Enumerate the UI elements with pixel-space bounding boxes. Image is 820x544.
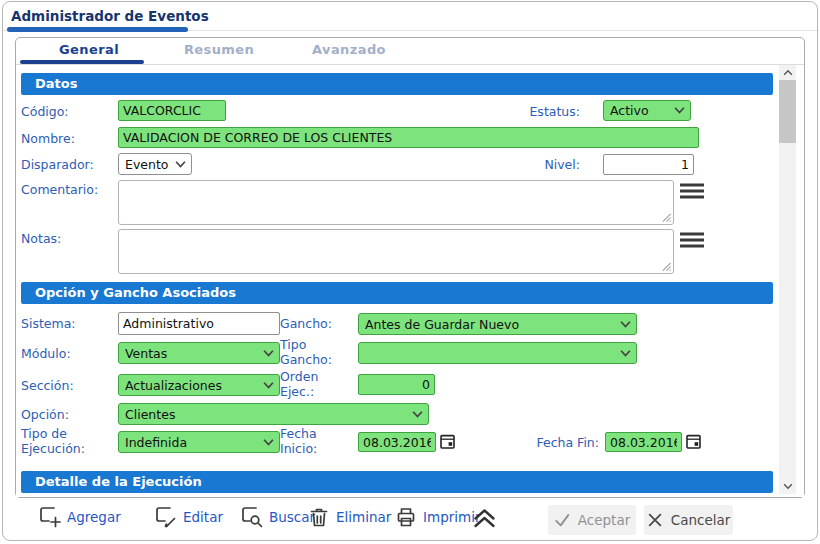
tipo-ejecucion-value: Indefinida xyxy=(125,435,263,450)
section-header-asociados: Opción y Gancho Asociados xyxy=(21,282,773,304)
tipo-ejecucion-label: Tipo de Ejecución: xyxy=(21,426,103,456)
section-header-detalle: Detalle de la Ejecución xyxy=(21,471,773,493)
imprimir-button[interactable]: Imprimir xyxy=(395,506,480,528)
vertical-scrollbar[interactable] xyxy=(779,65,796,494)
disparador-select[interactable]: Evento xyxy=(118,153,192,175)
nivel-input[interactable] xyxy=(603,154,694,175)
comentario-label: Comentario: xyxy=(21,182,98,197)
comentario-textarea-wrap xyxy=(118,180,674,225)
seccion-value: Actualizaciones xyxy=(125,378,263,393)
nombre-label: Nombre: xyxy=(21,131,75,146)
printer-icon xyxy=(395,506,417,528)
gancho-label: Gancho: xyxy=(280,316,346,331)
tab-avanzado[interactable]: Avanzado xyxy=(284,38,414,63)
page-title: Administrador de Eventos xyxy=(11,8,209,24)
title-accent-bar xyxy=(7,27,188,32)
seccion-label: Sección: xyxy=(21,378,74,393)
modulo-value: Ventas xyxy=(125,346,263,361)
comentario-textarea[interactable] xyxy=(118,180,674,225)
search-icon xyxy=(241,506,263,528)
estatus-label: Estatus: xyxy=(480,104,580,119)
codigo-label: Código: xyxy=(21,104,69,119)
chevron-down-icon xyxy=(175,161,186,168)
fecha-inicio-label: Fecha Inicio: xyxy=(280,426,335,456)
chevron-down-icon xyxy=(782,483,794,490)
scroll-up-button[interactable] xyxy=(779,65,796,80)
agregar-button[interactable]: Agregar xyxy=(39,506,121,528)
agregar-label: Agregar xyxy=(67,509,121,525)
tipo-gancho-select[interactable] xyxy=(358,342,637,364)
modulo-select[interactable]: Ventas xyxy=(118,342,280,364)
action-toolbar: Agregar Editar Buscar Elim xyxy=(3,500,817,538)
sistema-input[interactable] xyxy=(118,312,280,335)
sistema-label: Sistema: xyxy=(21,316,76,331)
add-icon xyxy=(39,506,61,528)
gancho-value: Antes de Guardar Nuevo xyxy=(365,317,620,332)
codigo-input[interactable] xyxy=(118,100,226,121)
close-icon xyxy=(647,512,663,528)
menu-icon xyxy=(680,183,704,199)
tab-resumen-label: Resumen xyxy=(184,42,254,57)
tab-active-underline xyxy=(20,60,144,64)
seccion-select[interactable]: Actualizaciones xyxy=(118,374,280,396)
comentario-expand-button[interactable] xyxy=(679,182,705,202)
section-header-datos: Datos xyxy=(21,73,773,95)
aceptar-label: Aceptar xyxy=(578,512,630,528)
edit-icon xyxy=(155,506,177,528)
opcion-select[interactable]: Clientes xyxy=(118,403,429,425)
chevron-down-icon xyxy=(620,321,631,328)
tab-general[interactable]: General xyxy=(24,38,154,63)
tab-general-label: General xyxy=(59,42,119,57)
form-scroll-area: Datos Código: Estatus: Activo Nombre: Di… xyxy=(16,65,804,497)
chevron-down-icon xyxy=(674,107,685,114)
check-icon xyxy=(554,512,570,528)
event-manager-window: Administrador de Eventos General Resumen… xyxy=(2,1,818,541)
chevron-up-icon xyxy=(782,69,794,76)
double-chevron-up-icon xyxy=(471,506,498,530)
nombre-input[interactable] xyxy=(118,127,699,148)
opcion-value: Clientes xyxy=(125,407,412,422)
tab-resumen[interactable]: Resumen xyxy=(154,38,284,63)
fecha-inicio-input[interactable] xyxy=(358,432,436,452)
notas-expand-button[interactable] xyxy=(679,231,705,251)
opcion-label: Opción: xyxy=(21,407,69,422)
eliminar-button[interactable]: Eliminar xyxy=(308,506,391,528)
trash-icon xyxy=(308,506,330,528)
cancelar-label: Cancelar xyxy=(671,512,731,528)
cancelar-button[interactable]: Cancelar xyxy=(644,505,733,535)
eliminar-label: Eliminar xyxy=(336,509,391,525)
chevron-down-icon xyxy=(263,439,274,446)
buscar-button[interactable]: Buscar xyxy=(241,506,315,528)
gancho-select[interactable]: Antes de Guardar Nuevo xyxy=(358,313,637,335)
chevron-down-icon xyxy=(263,382,274,389)
scrollbar-thumb[interactable] xyxy=(779,80,796,143)
editar-label: Editar xyxy=(183,509,223,525)
fecha-fin-label: Fecha Fin: xyxy=(521,435,599,450)
calendar-icon[interactable] xyxy=(440,433,455,449)
notas-textarea-wrap xyxy=(118,229,674,274)
modulo-label: Módulo: xyxy=(21,346,71,361)
estatus-value: Activo xyxy=(610,103,674,118)
tab-avanzado-label: Avanzado xyxy=(312,42,386,57)
collapse-toolbar-button[interactable] xyxy=(471,506,498,530)
calendar-icon[interactable] xyxy=(686,433,701,449)
editar-button[interactable]: Editar xyxy=(155,506,223,528)
nivel-label: Nivel: xyxy=(480,157,580,172)
menu-icon xyxy=(680,232,704,248)
fecha-fin-input[interactable] xyxy=(605,432,682,452)
scroll-down-button[interactable] xyxy=(779,479,796,494)
chevron-down-icon xyxy=(620,350,631,357)
estatus-select[interactable]: Activo xyxy=(603,100,691,121)
tab-panel: General Resumen Avanzado Datos Código: E… xyxy=(15,37,805,498)
aceptar-button[interactable]: Aceptar xyxy=(548,505,636,535)
notas-label: Notas: xyxy=(21,231,61,246)
disparador-value: Evento xyxy=(125,157,175,172)
tipo-ejecucion-select[interactable]: Indefinida xyxy=(118,431,280,453)
chevron-down-icon xyxy=(412,411,423,418)
notas-textarea[interactable] xyxy=(118,229,674,274)
chevron-down-icon xyxy=(263,350,274,357)
tipo-gancho-label: Tipo Gancho: xyxy=(280,337,342,367)
orden-ejec-label: Orden Ejec.: xyxy=(280,369,342,399)
disparador-label: Disparador: xyxy=(21,157,94,172)
orden-ejec-input[interactable] xyxy=(358,374,435,395)
